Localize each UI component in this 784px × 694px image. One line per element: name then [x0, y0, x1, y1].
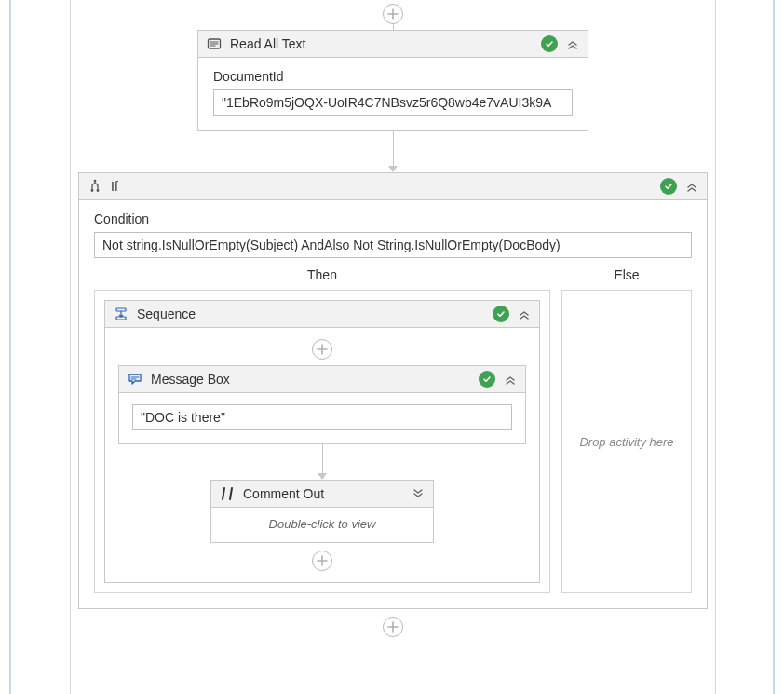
else-drop-hint: Drop activity here — [574, 429, 679, 455]
add-activity-after-if[interactable] — [78, 609, 708, 637]
if-icon — [87, 178, 103, 195]
status-ok-icon — [541, 35, 558, 52]
outer-rail-left — [9, 0, 11, 694]
message-box-title: Message Box — [151, 372, 471, 387]
message-box-input[interactable]: "DOC is there" — [132, 404, 512, 430]
else-panel[interactable]: Drop activity here — [561, 290, 692, 593]
if-header[interactable]: If — [79, 173, 707, 200]
sequence-title: Sequence — [137, 306, 485, 321]
collapse-toggle[interactable] — [503, 372, 518, 387]
plus-icon — [317, 555, 328, 566]
add-activity-seq-bottom[interactable] — [312, 543, 332, 573]
condition-input[interactable]: Not string.IsNullOrEmpty(Subject) AndAls… — [94, 232, 692, 258]
plus-icon — [387, 8, 399, 20]
else-label: Else — [561, 264, 692, 290]
svg-point-2 — [97, 189, 100, 192]
if-activity[interactable]: If Condition Not string.IsNullOrEmpty(Su… — [78, 172, 708, 609]
flow-connector — [78, 24, 708, 30]
add-activity-before-read[interactable] — [78, 4, 708, 24]
workflow-canvas: Read All Text DocumentId "1EbRo9m5jOQX-U… — [71, 0, 715, 694]
plus-icon — [387, 621, 399, 633]
collapse-toggle[interactable] — [517, 306, 532, 321]
else-branch: Else Drop activity here — [561, 264, 692, 593]
outer-rail-right — [773, 0, 775, 694]
parent-activity-border-right — [715, 0, 716, 694]
status-ok-icon — [660, 178, 677, 195]
svg-point-3 — [94, 180, 97, 183]
comment-out-icon — [219, 485, 236, 502]
read-all-text-header[interactable]: Read All Text — [198, 31, 588, 58]
flow-connector — [78, 131, 708, 172]
svg-point-1 — [91, 189, 94, 192]
sequence-header[interactable]: Sequence — [105, 301, 539, 328]
flow-connector — [318, 444, 327, 480]
add-activity-seq-top[interactable] — [312, 337, 332, 365]
comment-out-activity[interactable]: Comment Out Double-click to view — [210, 480, 434, 543]
svg-rect-4 — [116, 308, 126, 311]
read-all-text-activity[interactable]: Read All Text DocumentId "1EbRo9m5jOQX-U… — [197, 30, 588, 131]
comment-out-title: Comment Out — [243, 486, 403, 501]
expand-toggle[interactable] — [411, 486, 426, 501]
comment-out-header[interactable]: Comment Out — [211, 481, 433, 508]
read-all-text-icon — [206, 35, 223, 52]
status-ok-icon — [479, 371, 495, 388]
message-box-header[interactable]: Message Box — [119, 366, 525, 393]
then-panel[interactable]: Sequence — [94, 290, 550, 593]
plus-icon — [317, 344, 328, 355]
sequence-icon — [113, 306, 129, 322]
collapse-toggle[interactable] — [565, 36, 580, 51]
message-box-icon — [127, 371, 143, 388]
documentid-label: DocumentId — [213, 69, 573, 84]
message-box-activity[interactable]: Message Box — [118, 365, 526, 444]
sequence-activity[interactable]: Sequence — [104, 300, 540, 583]
then-label: Then — [94, 264, 550, 290]
then-branch: Then — [94, 264, 550, 593]
condition-label: Condition — [94, 211, 692, 226]
if-title: If — [111, 179, 653, 194]
status-ok-icon — [493, 306, 509, 322]
documentid-input[interactable]: "1EbRo9m5jOQX-UoIR4C7NBsvz5r6Q8wb4e7vAUI… — [213, 89, 573, 116]
collapse-toggle[interactable] — [684, 179, 699, 194]
read-all-text-title: Read All Text — [230, 36, 534, 51]
comment-out-hint: Double-click to view — [211, 508, 433, 542]
